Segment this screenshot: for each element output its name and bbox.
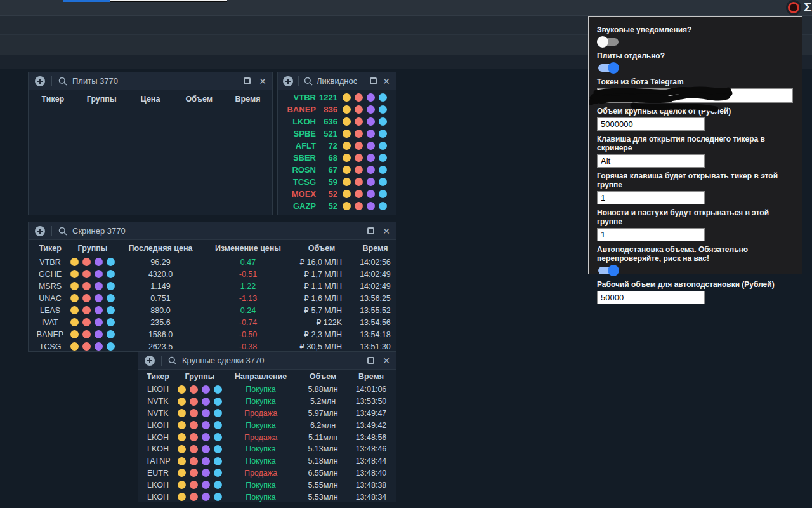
group-dot-2 xyxy=(355,190,363,198)
panel-title: Плиты 3770 xyxy=(72,76,118,86)
table-row[interactable]: BANEP1586.0-0.50₽ 2,3 МЛН13:54:18 xyxy=(29,328,396,340)
hotkey-group-field[interactable] xyxy=(597,191,705,204)
group-dot-2 xyxy=(190,445,198,453)
table-row[interactable]: LKOHПокупка5.53млн13:48:34 xyxy=(138,491,396,502)
setting-telegram-token: Токен из бота Telegram xyxy=(597,77,793,103)
screener-volume: ₽ 1,1 МЛН xyxy=(289,281,355,291)
table-row[interactable]: GCHE4320.0-0.51₽ 1,7 МЛН14:02:49 xyxy=(29,268,396,280)
setting-news-group: Новости и пастухи будут открываться в эт… xyxy=(597,208,793,241)
screener-time: 14:02:56 xyxy=(355,258,396,267)
table-row[interactable]: UNAC0.751-1.13₽ 1,6 МЛН13:56:25 xyxy=(29,292,396,304)
work-volume-field[interactable] xyxy=(597,291,705,304)
screener-last-price: 4320.0 xyxy=(114,270,207,279)
maximize-icon[interactable] xyxy=(367,227,374,234)
table-row[interactable]: LEAS880.00.24₽ 5,7 МЛН13:55:52 xyxy=(29,304,396,316)
extension-badge-wrap[interactable] xyxy=(786,0,801,15)
liquidity-row[interactable]: ROSN67 xyxy=(278,164,396,176)
liquidity-row[interactable]: GAZP52 xyxy=(278,200,396,212)
group-dot-1 xyxy=(343,130,351,138)
liquidity-row[interactable]: TCSG59 xyxy=(278,176,396,188)
group-dots xyxy=(72,258,114,266)
add-button[interactable] xyxy=(35,226,45,236)
table-row[interactable]: EUTRПродажа6.55млн13:48:40 xyxy=(138,467,396,479)
toggle-sound-notifications[interactable] xyxy=(597,36,621,48)
screener-hotkey-field[interactable] xyxy=(597,154,705,168)
table-row[interactable]: LKOHПокупка5.55млн13:48:38 xyxy=(138,479,396,491)
header-divider xyxy=(51,226,52,236)
liquidity-value: 67 xyxy=(316,165,337,175)
toggle-auto-volume[interactable] xyxy=(597,265,621,276)
table-row[interactable]: NVTKПокупка5.2млн13:53:50 xyxy=(138,396,396,408)
add-button[interactable] xyxy=(35,76,45,86)
liquidity-value: 1221 xyxy=(316,93,337,102)
maximize-icon[interactable] xyxy=(367,357,374,364)
group-dot-4 xyxy=(214,409,222,417)
screener-change: -0.74 xyxy=(207,318,289,327)
table-row[interactable]: LKOHПокупка6.2млн13:49:42 xyxy=(138,419,396,431)
table-row[interactable]: MSRS1.1491.22₽ 1,1 МЛН14:02:49 xyxy=(29,280,396,292)
toggle-plates-separately[interactable] xyxy=(597,62,621,74)
group-dots xyxy=(178,493,222,501)
deal-time: 13:48:44 xyxy=(346,457,396,465)
add-button[interactable] xyxy=(145,356,155,366)
liquidity-row[interactable]: SPBE521 xyxy=(278,128,396,140)
close-icon[interactable]: ✕ xyxy=(383,77,390,86)
group-dot-1 xyxy=(343,166,351,174)
group-dots xyxy=(343,178,387,186)
header-divider xyxy=(298,76,299,86)
screener-time: 13:54:56 xyxy=(355,318,396,327)
liquidity-row[interactable]: LKOH636 xyxy=(278,116,396,128)
liquidity-row[interactable]: VTBR1221 xyxy=(278,91,396,104)
group-dot-3 xyxy=(202,433,210,441)
liquidity-row[interactable]: MOEX52 xyxy=(278,188,396,200)
group-dot-4 xyxy=(379,130,387,138)
liquidity-ticker: SBER xyxy=(278,153,316,163)
setting-screener-hotkey: Клавиша для открытия последнего тикера в… xyxy=(597,135,793,168)
screener-groups xyxy=(72,258,114,266)
deal-groups xyxy=(178,469,222,477)
search-icon[interactable] xyxy=(58,227,67,236)
deal-direction: Покупка xyxy=(222,444,299,453)
screener-last-price: 1586.0 xyxy=(114,330,207,339)
table-row[interactable]: LKOHПокупка5.88млн14:01:06 xyxy=(138,384,396,396)
deal-groups xyxy=(178,433,222,441)
table-row[interactable]: VTBR96.290.47₽ 16,0 МЛН14:02:56 xyxy=(29,256,396,268)
group-dots xyxy=(343,117,387,126)
panel-screener: Скринер 3770 ✕ ТикерГруппыПоследняя цена… xyxy=(28,222,396,352)
table-row[interactable]: TCSG2623.5-0.38₽ 30,5 МЛН13:51:30 xyxy=(29,340,396,352)
liquidity-ticker: VTBR xyxy=(278,93,316,102)
liquidity-row[interactable]: AFLT72 xyxy=(278,140,396,152)
deal-direction: Покупка xyxy=(222,397,299,406)
close-icon[interactable]: ✕ xyxy=(383,356,390,365)
settings-panel: Звуковые уведомления?Плиты отдельно?Токе… xyxy=(588,16,802,274)
group-dots xyxy=(72,306,114,314)
sigma-icon[interactable]: Σ xyxy=(804,0,812,15)
maximize-icon[interactable] xyxy=(370,77,377,84)
group-dot-1 xyxy=(343,202,351,210)
table-row[interactable]: TATNPПокупка5.18млн13:48:44 xyxy=(138,455,396,467)
group-dots xyxy=(72,294,114,302)
min-deal-volume-field[interactable] xyxy=(597,117,705,131)
liquidity-row[interactable]: BANEP836 xyxy=(278,104,396,116)
table-row[interactable]: IVAT235.6-0.74₽ 122K13:54:56 xyxy=(29,316,396,328)
group-dot-3 xyxy=(202,457,210,465)
group-dot-1 xyxy=(343,117,351,126)
table-row[interactable]: LKOHПродажа5.11млн13:48:56 xyxy=(138,431,396,443)
maximize-icon[interactable] xyxy=(244,77,251,84)
search-icon[interactable] xyxy=(304,77,313,86)
search-icon[interactable] xyxy=(168,356,177,365)
close-icon[interactable]: ✕ xyxy=(259,77,266,86)
group-dot-4 xyxy=(214,481,222,489)
news-group-field[interactable] xyxy=(597,228,705,241)
close-icon[interactable]: ✕ xyxy=(383,227,390,236)
search-icon[interactable] xyxy=(58,77,67,86)
add-button[interactable] xyxy=(283,76,293,86)
table-row[interactable]: LKOHПокупка5.13млн13:48:46 xyxy=(138,443,396,455)
telegram-token-field[interactable] xyxy=(597,88,793,103)
liquidity-ticker: TCSG xyxy=(278,177,316,187)
group-dot-2 xyxy=(355,202,363,210)
deal-time: 13:53:50 xyxy=(346,397,396,406)
panel-title: Крупные сделки 3770 xyxy=(182,356,265,365)
table-row[interactable]: NVTKПродажа5.97млн13:49:47 xyxy=(138,408,396,420)
liquidity-row[interactable]: SBER68 xyxy=(278,152,396,164)
